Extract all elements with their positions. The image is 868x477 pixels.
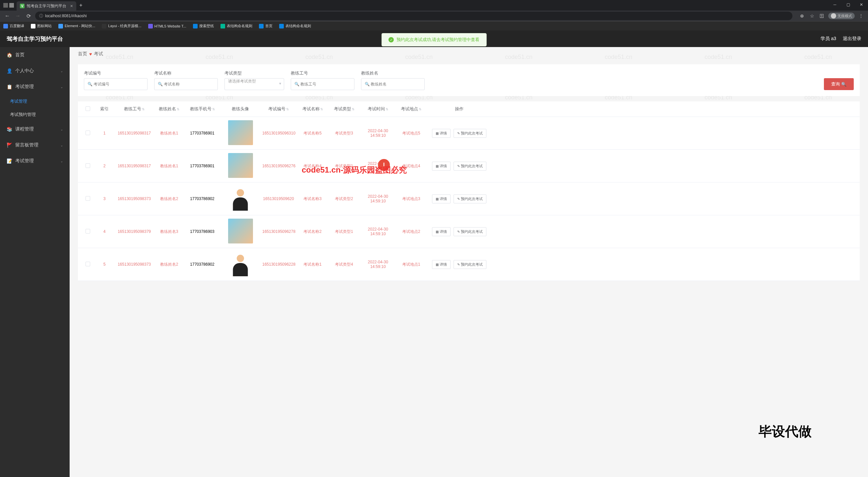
cell-exam-loc[interactable]: 考试地点5 xyxy=(396,131,426,136)
text-input[interactable] xyxy=(361,78,425,90)
cell-exam-id[interactable]: 16513019509620 xyxy=(260,197,297,201)
bookmark-star-icon[interactable]: ☆ xyxy=(808,12,816,20)
sidebar-subitem[interactable]: 考试预约管理 xyxy=(0,108,70,121)
detail-button[interactable]: ▦详情 xyxy=(432,195,451,203)
user-label[interactable]: 学员 a3 xyxy=(820,36,836,42)
maximize-button[interactable]: ▢ xyxy=(841,0,855,9)
cell-coach-id[interactable]: 165130195098317 xyxy=(114,131,154,135)
bookmark-item[interactable]: HTML5 Website T... xyxy=(148,24,186,29)
menu-icon: 📋 xyxy=(7,84,12,90)
cell-exam-name[interactable]: 考试名称5 xyxy=(297,131,328,136)
detail-button[interactable]: ▦详情 xyxy=(432,129,451,138)
close-window-button[interactable]: ✕ xyxy=(855,0,868,9)
col-exam-loc[interactable]: 考试地点⇅ xyxy=(396,106,426,112)
text-input[interactable] xyxy=(291,78,354,90)
row-checkbox[interactable] xyxy=(86,196,90,201)
cell-coach-name[interactable]: 教练姓名2 xyxy=(154,196,184,202)
url-box[interactable]: ⓘ localhost:8081/#/kaoshi xyxy=(35,11,793,20)
cell-coach-id[interactable]: 165130195098373 xyxy=(114,197,154,201)
row-checkbox[interactable] xyxy=(86,229,90,234)
book-button[interactable]: ✎预约此次考试 xyxy=(454,195,486,203)
cell-coach-name[interactable]: 教练姓名2 xyxy=(154,262,184,267)
col-coach-name[interactable]: 教练姓名⇅ xyxy=(154,106,184,112)
cell-exam-name[interactable]: 考试名称3 xyxy=(297,196,328,202)
cell-coach-name[interactable]: 教练姓名1 xyxy=(154,131,184,136)
incognito-badge[interactable]: 无痕模式 xyxy=(828,12,855,19)
row-checkbox[interactable] xyxy=(86,131,90,135)
logout-button[interactable]: 退出登录 xyxy=(843,36,861,42)
search-button[interactable]: 查询🔍 xyxy=(824,78,854,90)
cell-exam-id[interactable]: 165130195096310 xyxy=(260,131,297,135)
cell-exam-name[interactable]: 考试名称4 xyxy=(297,163,328,169)
cell-exam-type[interactable]: 考试类型1 xyxy=(328,229,360,235)
book-button[interactable]: ✎预约此次考试 xyxy=(454,227,486,236)
bookmark-item[interactable]: 首页 xyxy=(259,24,273,29)
sort-icon: ⇅ xyxy=(177,107,179,111)
col-exam-type[interactable]: 考试类型⇅ xyxy=(328,106,360,112)
sidebar-subitem[interactable]: 考试管理 xyxy=(0,95,70,108)
text-input[interactable] xyxy=(154,78,218,90)
col-exam-time[interactable]: 考试时间⇅ xyxy=(360,106,396,112)
sidebar-item[interactable]: 👤个人中心⌄ xyxy=(0,63,70,79)
detail-button[interactable]: ▦详情 xyxy=(432,260,451,269)
cell-exam-name[interactable]: 考试名称2 xyxy=(297,229,328,235)
row-checkbox[interactable] xyxy=(86,163,90,168)
cell-exam-loc[interactable]: 考试地点2 xyxy=(396,229,426,235)
sidebar-item[interactable]: 🚩留言板管理⌄ xyxy=(0,137,70,153)
cell-exam-loc[interactable]: 考试地点4 xyxy=(396,163,426,169)
cell-exam-type[interactable]: 考试类型3 xyxy=(328,131,360,136)
key-icon[interactable]: ⚿ xyxy=(818,12,826,20)
browser-tab[interactable]: V 驾考自主学习预约平台 × xyxy=(17,1,76,10)
field-label: 教练姓名 xyxy=(361,70,425,76)
cell-coach-name[interactable]: 教练姓名1 xyxy=(154,163,184,169)
back-button[interactable]: ← xyxy=(3,12,11,20)
cell-exam-type[interactable]: 考试类型4 xyxy=(328,262,360,267)
bookmark-item[interactable]: 表结构命名规则 xyxy=(279,24,311,29)
select-input[interactable]: 请选择考试类型 xyxy=(224,78,284,90)
cell-exam-loc[interactable]: 考试地点1 xyxy=(396,262,426,267)
sidebar-item[interactable]: 📚课程管理⌄ xyxy=(0,121,70,137)
cell-exam-type[interactable]: 考试类型2 xyxy=(328,196,360,202)
select-all-checkbox[interactable] xyxy=(86,106,90,111)
cell-exam-id[interactable]: 165130195096278 xyxy=(260,229,297,234)
translate-icon[interactable]: ⊕ xyxy=(798,12,806,20)
bookmark-item[interactable]: 表结构命名规则 xyxy=(220,24,252,29)
cell-coach-id[interactable]: 165130195098317 xyxy=(114,164,154,168)
cell-exam-type[interactable]: 考试类型1 xyxy=(328,163,360,169)
cell-coach-id[interactable]: 165130195098373 xyxy=(114,262,154,267)
sidebar-item[interactable]: 🏠首页 xyxy=(0,47,70,63)
row-checkbox[interactable] xyxy=(86,262,90,266)
cell-exam-loc[interactable]: 考试地点3 xyxy=(396,196,426,202)
book-button[interactable]: ✎预约此次考试 xyxy=(454,260,486,269)
col-exam-name[interactable]: 考试名称⇅ xyxy=(297,106,328,112)
detail-button[interactable]: ▦详情 xyxy=(432,162,451,171)
col-exam-id[interactable]: 考试编号⇅ xyxy=(260,106,297,112)
bookmark-item[interactable]: 搜索壁纸 xyxy=(193,24,214,29)
col-coach-id[interactable]: 教练工号⇅ xyxy=(114,106,154,112)
col-coach-phone[interactable]: 教练手机号⇅ xyxy=(184,106,220,112)
cell-coach-id[interactable]: 165130195098379 xyxy=(114,229,154,234)
sidebar-item[interactable]: 📝考试管理⌄ xyxy=(0,153,70,169)
bookmark-item[interactable]: 百度翻译 xyxy=(3,24,24,29)
col-ops: 操作 xyxy=(426,106,492,112)
text-input[interactable] xyxy=(84,78,148,90)
menu-icon[interactable]: ⋮ xyxy=(858,12,865,20)
bookmark-item[interactable]: Element - 网站快... xyxy=(58,24,95,29)
cell-exam-id[interactable]: 165130195096228 xyxy=(260,262,297,267)
forward-button[interactable]: → xyxy=(14,12,22,20)
new-tab-button[interactable]: + xyxy=(76,2,86,8)
cell-exam-name[interactable]: 考试名称1 xyxy=(297,262,328,267)
book-button[interactable]: ✎预约此次考试 xyxy=(454,129,486,138)
reload-button[interactable]: ⟳ xyxy=(25,12,32,20)
menu-icon: 🏠 xyxy=(7,52,12,58)
detail-button[interactable]: ▦详情 xyxy=(432,227,451,236)
bookmark-item[interactable]: 图标网站 xyxy=(31,24,52,29)
minimize-button[interactable]: ─ xyxy=(828,0,841,9)
breadcrumb-home[interactable]: 首页 xyxy=(78,51,87,57)
sidebar-item[interactable]: 📋考试管理⌄ xyxy=(0,79,70,95)
cell-coach-name[interactable]: 教练姓名3 xyxy=(154,229,184,235)
book-button[interactable]: ✎预约此次考试 xyxy=(454,162,486,171)
cell-exam-id[interactable]: 165130195096276 xyxy=(260,164,297,168)
tab-close-icon[interactable]: × xyxy=(70,3,73,9)
bookmark-item[interactable]: Layui - 经典开源模... xyxy=(102,24,141,29)
